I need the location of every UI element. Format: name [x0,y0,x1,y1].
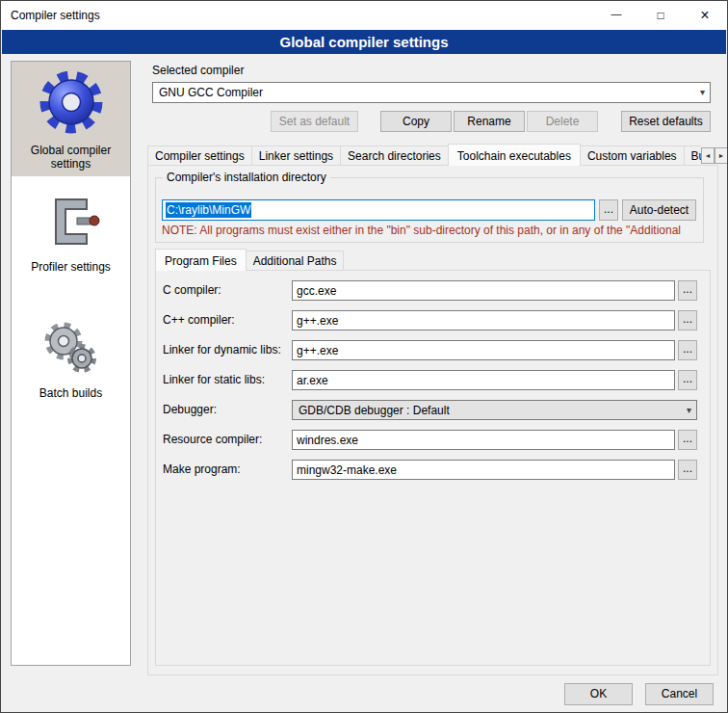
chevron-down-icon: ▾ [687,401,691,420]
resource-compiler-input[interactable] [292,430,675,450]
linker-static-browse-button[interactable]: ... [678,370,697,390]
maximize-button[interactable]: □ [638,1,683,30]
window-title: Compiler settings [1,9,594,22]
tab-build-options[interactable]: Builc [684,145,701,165]
compiler-settings-dialog: Compiler settings — □ × Global compiler … [0,0,728,713]
maximize-icon: □ [657,10,663,21]
subtab-additional-paths[interactable]: Additional Paths [246,251,345,270]
sidebar-item-profiler-settings[interactable]: Profiler settings [12,186,130,279]
tab-toolchain-executables[interactable]: Toolchain executables [448,144,581,166]
selected-compiler-label: Selected compiler [152,64,244,77]
tab-scroll-right-button[interactable]: ► [715,147,728,164]
copy-button[interactable]: Copy [380,111,452,132]
tab-scroll-left-button[interactable]: ◄ [701,147,715,164]
make-program-input[interactable] [292,460,675,480]
tab-search-directories[interactable]: Search directories [340,145,449,165]
cpp-compiler-browse-button[interactable]: ... [678,310,697,330]
minimize-button[interactable]: — [594,1,638,30]
sidebar-item-label: Global compiler settings [14,144,127,171]
install-dir-note: NOTE: All programs must exist either in … [162,224,704,237]
sidebar-item-label: Profiler settings [14,260,127,274]
chevron-down-icon: ▾ [700,83,705,102]
subtab-program-files[interactable]: Program Files [155,249,247,271]
main-tabstrip: Compiler settings Linker settings Search… [147,142,701,166]
linker-dynamic-label: Linker for dynamic libs: [163,340,281,360]
resource-compiler-browse-button[interactable]: ... [678,430,697,450]
tab-linker-settings[interactable]: Linker settings [251,145,341,165]
sub-tabstrip: Program Files Additional Paths [155,248,540,271]
ok-button[interactable]: OK [564,683,633,705]
c-compiler-input[interactable] [292,280,675,301]
titlebar: Compiler settings — □ × [1,1,727,30]
compiler-combobox-value: GNU GCC Compiler [159,86,263,99]
gray-gears-icon [40,318,102,380]
c-compiler-label: C compiler: [163,280,221,301]
rename-button[interactable]: Rename [454,111,525,132]
blue-gear-icon [37,67,106,137]
install-dir-browse-button[interactable]: ... [599,199,618,221]
resource-compiler-label: Resource compiler: [163,430,262,450]
delete-button[interactable]: Delete [527,111,598,132]
tab-compiler-settings[interactable]: Compiler settings [147,145,252,165]
debugger-select[interactable]: GDB/CDB debugger : Default ▾ [292,400,697,420]
c-compiler-browse-button[interactable]: ... [678,280,697,301]
close-icon: × [700,8,709,23]
install-dir-group-title: Compiler's installation directory [163,171,330,184]
sidebar-item-batch-builds[interactable]: Batch builds [12,312,130,406]
make-program-label: Make program: [163,460,241,480]
linker-dynamic-browse-button[interactable]: ... [678,340,697,360]
reset-defaults-button[interactable]: Reset defaults [621,111,711,132]
linker-dynamic-input[interactable] [292,340,675,360]
sidebar-item-global-compiler-settings[interactable]: Global compiler settings [12,62,130,176]
clamp-icon [40,192,102,253]
install-dir-input[interactable]: C:\raylib\MinGW [162,199,595,221]
linker-static-input[interactable] [292,370,675,390]
debugger-select-value: GDB/CDB debugger : Default [299,404,450,417]
cpp-compiler-label: C++ compiler: [163,310,235,330]
dialog-header: Global compiler settings [2,30,726,54]
auto-detect-button[interactable]: Auto-detect [622,199,696,221]
cpp-compiler-input[interactable] [292,310,675,330]
linker-static-label: Linker for static libs: [163,370,265,390]
tab-custom-variables[interactable]: Custom variables [580,145,685,165]
install-dir-selected-text: C:\raylib\MinGW [166,202,251,218]
make-program-browse-button[interactable]: ... [678,460,697,480]
cancel-button[interactable]: Cancel [645,683,714,705]
set-as-default-button[interactable]: Set as default [271,111,358,132]
close-button[interactable]: × [683,1,727,30]
sidebar-item-label: Batch builds [14,386,127,400]
window-controls: — □ × [594,1,727,30]
debugger-label: Debugger: [163,400,217,420]
compiler-combobox[interactable]: GNU GCC Compiler ▾ [152,82,711,103]
minimize-icon: — [611,9,622,19]
sidebar: Global compiler settings Profiler settin… [11,61,131,666]
